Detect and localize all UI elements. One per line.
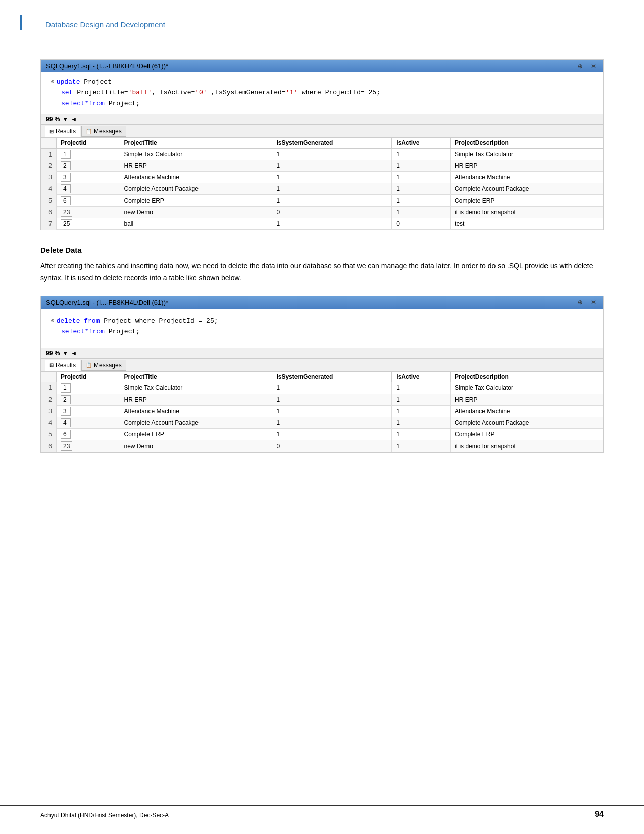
cell-isg: 1 (272, 382, 392, 394)
body-text-delete: After creating the tables and inserting … (40, 260, 604, 284)
sql-window-1: SQLQuery1.sql - (I...-FB8KH4L\Dell (61))… (40, 59, 604, 230)
col-projectid-2: ProjectId (57, 371, 120, 382)
cell-title: Simple Tax Calculator (120, 149, 272, 160)
results-icon-2: ⊞ (49, 362, 54, 368)
table-row: 7 25 ball 1 0 test (41, 218, 603, 230)
cell-ia: 1 (392, 195, 451, 207)
cell-isg: 1 (272, 172, 392, 183)
sql-status-bar-2: 99 % ▼ ◄ (41, 348, 603, 359)
cell-isg: 1 (272, 417, 392, 428)
pin-button-2[interactable]: ⊕ (576, 299, 585, 306)
col-ia-1: IsActive (392, 138, 451, 149)
pin-button-1[interactable]: ⊕ (576, 63, 585, 70)
cell-desc: HR ERP (451, 394, 603, 405)
cell-id: 1 (57, 382, 120, 394)
zoom-left-2: ◄ (71, 350, 77, 357)
section-heading-delete: Delete Data (40, 246, 604, 254)
tab-results-1[interactable]: ⊞ Results (45, 126, 80, 137)
tab-messages-label-1: Messages (94, 128, 122, 135)
cell-desc: Complete Account Package (451, 183, 603, 195)
cell-title: Complete Account Pacakge (120, 417, 272, 428)
zoom-arrow-2: ▼ (62, 350, 68, 357)
row-num: 1 (41, 149, 57, 160)
col-rownum-1 (41, 138, 57, 149)
table-row: 4 4 Complete Account Pacakge 1 1 Complet… (41, 417, 603, 428)
results-table-wrapper-1: ProjectId ProjectTitle IsSystemGenerated… (41, 137, 603, 230)
cell-desc: Simple Tax Calculator (451, 382, 603, 394)
code-line-set: set ProjectTitle='ball', IsActive='0' ,I… (51, 88, 593, 99)
kw-from: from (84, 316, 100, 327)
row-num: 2 (41, 160, 57, 172)
footer-right: 94 (595, 810, 604, 819)
sql-title-bar-1: SQLQuery1.sql - (I...-FB8KH4L\Dell (61))… (41, 60, 603, 72)
col-rownum-2 (41, 371, 57, 382)
cell-desc: test (451, 218, 603, 230)
cell-id: 2 (57, 394, 120, 405)
kw-select-2: select*from (61, 327, 105, 337)
tab-messages-1[interactable]: 📋 Messages (81, 126, 126, 137)
cell-isg: 0 (272, 207, 392, 218)
row-num: 2 (41, 394, 57, 405)
cell-title: ball (120, 218, 272, 230)
results-table-wrapper-2: ProjectId ProjectTitle IsSystemGenerated… (41, 371, 603, 452)
footer-left: Achyut Dhital (HND/Frist Semester), Dec-… (40, 812, 169, 819)
row-num: 3 (41, 172, 57, 183)
table-row: 6 23 new Demo 0 1 it is demo for snapsho… (41, 207, 603, 218)
cell-title: Complete Account Pacakge (120, 183, 272, 195)
table-header-row-2: ProjectId ProjectTitle IsSystemGenerated… (41, 371, 603, 382)
cell-isg: 0 (272, 440, 392, 452)
cell-ia: 1 (392, 417, 451, 428)
table-row: 5 6 Complete ERP 1 1 Complete ERP (41, 195, 603, 207)
col-desc-2: ProjectDescription (451, 371, 603, 382)
cell-title: Attendance Machine (120, 405, 272, 417)
cell-ia: 1 (392, 160, 451, 172)
table-row: 3 3 Attendance Machine 1 1 Attendance Ma… (41, 405, 603, 417)
cell-desc: Simple Tax Calculator (451, 149, 603, 160)
row-num: 6 (41, 440, 57, 452)
cell-title: Simple Tax Calculator (120, 382, 272, 394)
tab-messages-2[interactable]: 📋 Messages (81, 360, 126, 371)
kw-project-sel-1: Project; (105, 99, 140, 109)
page-footer: Achyut Dhital (HND/Frist Semester), Dec-… (0, 805, 644, 819)
row-num: 5 (41, 428, 57, 440)
tab-results-label-2: Results (56, 362, 76, 369)
row-num: 6 (41, 207, 57, 218)
cell-title: HR ERP (120, 394, 272, 405)
row-num: 5 (41, 195, 57, 207)
table-row: 2 2 HR ERP 1 1 HR ERP (41, 160, 603, 172)
cell-id: 3 (57, 172, 120, 183)
kw-space (80, 316, 84, 327)
sql-code-area-1: ⊝ update Project set ProjectTitle='ball'… (41, 72, 603, 114)
cell-isg: 1 (272, 394, 392, 405)
results-tabs-2: ⊞ Results 📋 Messages (41, 359, 603, 371)
kw-project-1: Project (80, 77, 111, 88)
kw-delete: delete (57, 316, 80, 327)
tab-results-2[interactable]: ⊞ Results (45, 360, 80, 371)
kw-update: update (57, 77, 80, 88)
cell-ia: 1 (392, 394, 451, 405)
cell-ia: 1 (392, 207, 451, 218)
row-num: 1 (41, 382, 57, 394)
close-button-2[interactable]: ✕ (589, 299, 598, 306)
close-button-1[interactable]: ✕ (589, 63, 598, 70)
tab-results-label-1: Results (56, 128, 76, 135)
cell-id: 1 (57, 149, 120, 160)
table-header-row-1: ProjectId ProjectTitle IsSystemGenerated… (41, 138, 603, 149)
results-table-2: ProjectId ProjectTitle IsSystemGenerated… (41, 371, 603, 452)
kw-project-sel-2: Project; (105, 327, 140, 337)
page-title: Database Design and Development (45, 20, 165, 29)
row-num: 7 (41, 218, 57, 230)
zoom-2: 99 % (46, 350, 60, 357)
sql-window-2-title: SQLQuery1.sql - (I...-FB8KH4L\Dell (61))… (46, 299, 572, 306)
cell-isg: 1 (272, 195, 392, 207)
cell-ia: 1 (392, 172, 451, 183)
zoom-1: 99 % (46, 116, 60, 123)
code-line-delete: ⊝ delete from Project where ProjectId = … (51, 316, 593, 327)
cell-desc: Complete ERP (451, 428, 603, 440)
table-row: 1 1 Simple Tax Calculator 1 1 Simple Tax… (41, 382, 603, 394)
cell-desc: Attendance Machine (451, 172, 603, 183)
cell-ia: 1 (392, 183, 451, 195)
collapse-icon-1: ⊝ (51, 78, 55, 87)
sql-title-bar-2: SQLQuery1.sql - (I...-FB8KH4L\Dell (61))… (41, 296, 603, 309)
kw-set: set (61, 88, 73, 99)
